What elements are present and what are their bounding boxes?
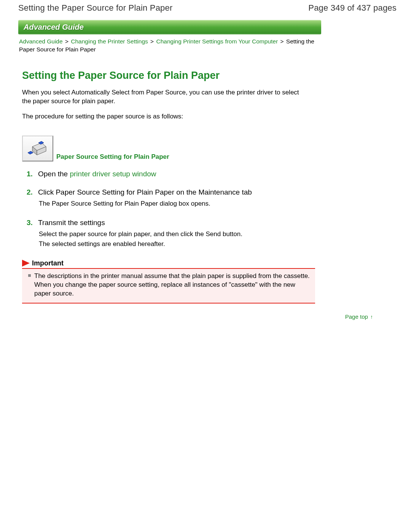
step-body: Select the paper source for plain paper,… bbox=[39, 229, 305, 249]
step-body: The Paper Source Setting for Plain Paper… bbox=[39, 199, 305, 209]
important-label: Important bbox=[32, 259, 64, 267]
step-title: Transmit the settings bbox=[38, 219, 105, 227]
flag-icon bbox=[22, 260, 30, 267]
section-header: Paper Source Setting for Plain Paper bbox=[22, 136, 397, 161]
page-indicator: Page 349 of 437 pages bbox=[308, 3, 397, 13]
step-title: Open the printer driver setup window bbox=[38, 170, 156, 178]
step-number: 2 bbox=[27, 188, 34, 197]
page-top-row: Page top ↑ bbox=[18, 313, 373, 320]
step-item-3: 3 Transmit the settings Select the paper… bbox=[27, 219, 397, 249]
intro-paragraph-1: When you select Automatically Select fro… bbox=[22, 88, 304, 106]
page-top-link[interactable]: Page top ↑ bbox=[345, 313, 373, 320]
important-text: The descriptions in the printer manual a… bbox=[34, 272, 310, 297]
important-section: Important The descriptions in the printe… bbox=[22, 259, 315, 304]
important-box: The descriptions in the printer manual a… bbox=[22, 268, 315, 304]
breadcrumb-link-changing-printer-settings[interactable]: Changing the Printer Settings bbox=[71, 38, 148, 45]
page-header: Setting the Paper Source for Plain Paper… bbox=[18, 3, 397, 13]
step-item-1: 1 Open the printer driver setup window bbox=[27, 170, 397, 178]
section-label: Paper Source Setting for Plain Paper bbox=[56, 153, 169, 161]
breadcrumb: Advanced Guide > Changing the Printer Se… bbox=[19, 38, 316, 54]
up-arrow-icon: ↑ bbox=[370, 314, 373, 320]
step-title-text: Open the bbox=[38, 170, 70, 178]
step-number: 3 bbox=[27, 219, 34, 227]
printer-driver-setup-window-link[interactable]: printer driver setup window bbox=[70, 170, 156, 178]
steps-list: 1 Open the printer driver setup window 2… bbox=[27, 170, 397, 249]
breadcrumb-link-changing-from-computer[interactable]: Changing Printer Settings from Your Comp… bbox=[156, 38, 278, 45]
page-top-label: Page top bbox=[345, 313, 368, 320]
guide-banner: Advanced Guide bbox=[18, 20, 321, 35]
svg-marker-3 bbox=[28, 151, 33, 154]
printer-paper-source-icon bbox=[22, 136, 53, 161]
breadcrumb-separator: > bbox=[279, 38, 284, 45]
breadcrumb-link-advanced-guide[interactable]: Advanced Guide bbox=[19, 38, 63, 45]
header-title: Setting the Paper Source for Plain Paper bbox=[18, 3, 172, 13]
intro-paragraph-2: The procedure for setting the paper sour… bbox=[22, 113, 397, 120]
page-title: Setting the Paper Source for Plain Paper bbox=[22, 70, 397, 81]
step-title: Click Paper Source Setting for Plain Pap… bbox=[38, 188, 252, 197]
breadcrumb-separator: > bbox=[64, 38, 69, 45]
breadcrumb-separator: > bbox=[150, 38, 155, 45]
guide-banner-label: Advanced Guide bbox=[24, 23, 84, 31]
step-item-2: 2 Click Paper Source Setting for Plain P… bbox=[27, 188, 397, 209]
step-number: 1 bbox=[27, 170, 34, 178]
